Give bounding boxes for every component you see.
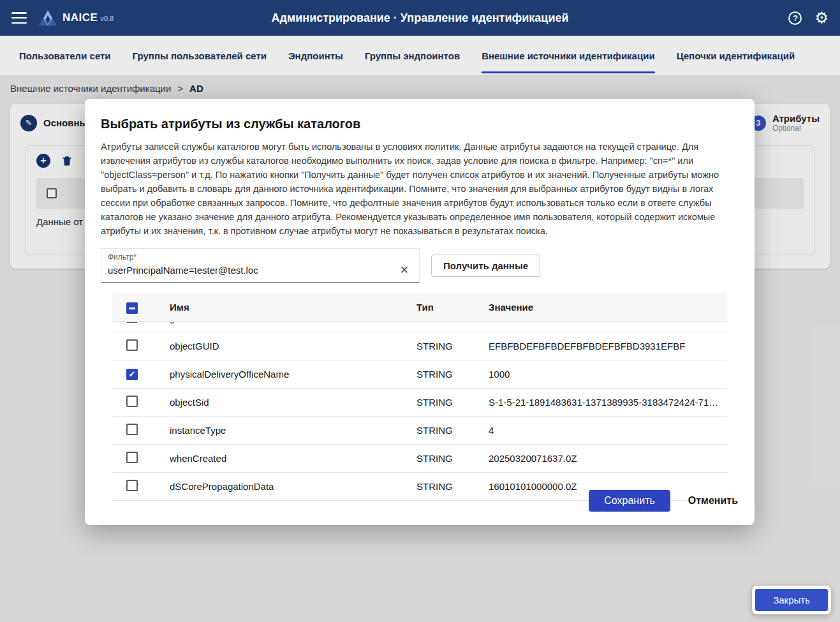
select-all-checkbox[interactable]	[126, 302, 138, 314]
attr-value: EFBFBDEFBFBDEFBFBDEFBFBD3931EFBF	[489, 341, 727, 352]
attr-type: STRING	[416, 425, 489, 436]
attr-value: 20250320071637.0Z	[489, 453, 727, 464]
attr-value: 1000	[489, 369, 727, 380]
attr-value: S-1-5-21-1891483631-1371389935-318347242…	[489, 397, 727, 408]
filter-label: Фильтр*	[108, 253, 413, 262]
dialog-description: Атрибуты записей службы каталогов могут …	[101, 140, 739, 238]
table-row: givenName STRING Tester	[112, 322, 727, 332]
gear-icon[interactable]	[814, 10, 829, 26]
close-button[interactable]: Закрыть	[755, 589, 828, 611]
row-checkbox[interactable]	[126, 452, 138, 463]
app-brand: NAICE v0.8	[63, 11, 114, 24]
attr-type: STRING	[416, 397, 489, 408]
table-row: objectGUID STRING EFBFBDEFBFBDEFBFBDEFBF…	[112, 332, 727, 360]
row-checkbox[interactable]	[126, 396, 138, 407]
row-checkbox[interactable]	[126, 322, 138, 323]
attr-name: objectSid	[170, 397, 416, 408]
required-asterisk: *	[133, 253, 136, 262]
naice-logo-icon	[38, 10, 57, 26]
attributes-table: Имя Тип Значение givenName STRING Tester…	[112, 293, 727, 501]
help-icon[interactable]	[788, 11, 802, 25]
attr-name: whenCreated	[170, 453, 416, 464]
attr-type: STRING	[416, 341, 489, 352]
column-header-type: Тип	[416, 302, 489, 313]
close-float-container: Закрыть	[752, 586, 831, 614]
clear-filter-icon[interactable]	[396, 263, 413, 277]
page-title: Администрирование · Управление идентифик…	[0, 11, 840, 25]
attr-type: STRING	[416, 453, 489, 464]
attr-name: physicalDeliveryOfficeName	[170, 369, 416, 380]
attr-name: instanceType	[170, 425, 416, 436]
attributes-table-header: Имя Тип Значение	[112, 293, 727, 322]
row-checkbox[interactable]	[126, 339, 138, 351]
row-checkbox[interactable]	[126, 424, 138, 435]
table-row: physicalDeliveryOfficeName STRING 1000	[112, 360, 727, 389]
filter-value[interactable]: userPrincipalName=tester@test.loc	[108, 265, 258, 276]
attr-type: STRING	[416, 322, 489, 323]
table-row: instanceType STRING 4	[112, 417, 727, 445]
menu-icon[interactable]	[11, 12, 27, 24]
app-version: v0.8	[100, 15, 114, 22]
dialog-title: Выбрать атрибуты из службы каталогов	[101, 117, 739, 131]
app-name: NAICE	[63, 11, 98, 24]
select-attributes-dialog: Выбрать атрибуты из службы каталогов Атр…	[85, 99, 755, 525]
attr-name: givenName	[170, 322, 416, 323]
table-row: whenCreated STRING 20250320071637.0Z	[112, 445, 727, 473]
save-button[interactable]: Сохранить	[589, 490, 670, 512]
filter-input[interactable]: Фильтр* userPrincipalName=tester@test.lo…	[101, 248, 420, 283]
app-header: NAICE v0.8 Администрирование · Управлени…	[0, 0, 840, 36]
fetch-data-button[interactable]: Получить данные	[431, 255, 540, 277]
attr-value: 4	[489, 425, 727, 436]
attr-name: objectGUID	[170, 341, 416, 352]
attributes-table-body[interactable]: givenName STRING Tester objectGUID STRIN…	[112, 322, 727, 501]
cancel-button[interactable]: Отменить	[688, 495, 738, 507]
attr-type: STRING	[416, 369, 489, 380]
row-checkbox[interactable]	[126, 369, 138, 380]
column-header-value: Значение	[489, 302, 727, 313]
column-header-name: Имя	[170, 302, 416, 313]
table-row: objectSid STRING S-1-5-21-1891483631-137…	[112, 389, 727, 417]
attr-value: Tester	[489, 322, 727, 323]
